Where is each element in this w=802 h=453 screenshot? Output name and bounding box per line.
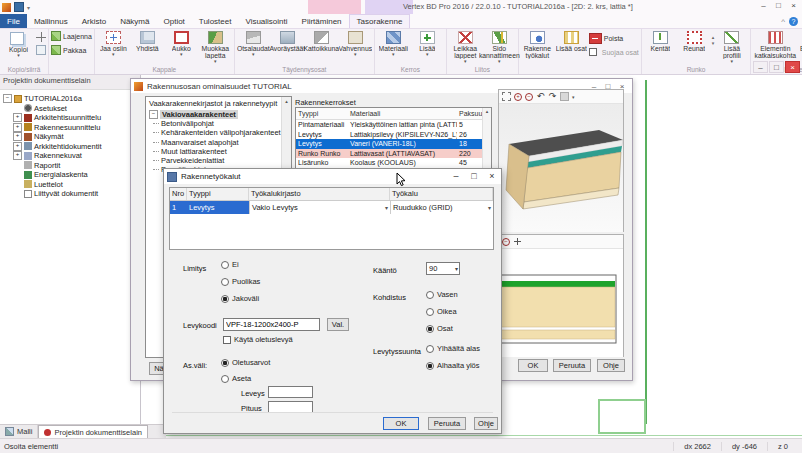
- library-item[interactable]: Maanvaraiset alapohjat: [146, 138, 291, 147]
- levykoodi-input[interactable]: [223, 318, 320, 331]
- muokkaa-lapetta-button[interactable]: Muokkaa lapetta ▾: [199, 30, 232, 63]
- tree-item-root[interactable]: − TUTORIAL2016a: [3, 94, 140, 104]
- suunta-alhaalta-radio[interactable]: Alhaalta ylös: [426, 361, 480, 370]
- mdi-minimize-button[interactable]: –: [753, 61, 768, 73]
- tree-item-raportit[interactable]: Raportit: [13, 161, 140, 171]
- render-settings-icon[interactable]: [560, 92, 569, 101]
- section-canvas[interactable]: [499, 249, 623, 357]
- expand-box-icon[interactable]: +: [13, 142, 22, 151]
- kattoikkuna-button[interactable]: Kattoikkuna: [305, 30, 338, 52]
- dialog2-ok-button[interactable]: OK: [383, 417, 419, 430]
- tab-malli[interactable]: Malli: [0, 425, 38, 438]
- zoom-out-icon[interactable]: −: [525, 93, 533, 101]
- help-icon[interactable]: ?: [789, 17, 798, 26]
- tab-mallinnus[interactable]: Mallinnus: [27, 14, 75, 28]
- select-frame-icon[interactable]: [502, 92, 511, 101]
- dialog1-help-button[interactable]: Ohje: [597, 359, 625, 372]
- expand-box-icon[interactable]: +: [13, 132, 22, 141]
- dialog2-close-button[interactable]: ×: [483, 169, 501, 184]
- dialog2-help-button[interactable]: Ohje: [474, 417, 498, 430]
- lisaa-button[interactable]: Lisää ▾: [411, 30, 444, 56]
- kohdistus-osat-radio[interactable]: Osat: [426, 324, 453, 333]
- table-row[interactable]: Levytys Lattiakipsilevy (KIPSILEVY-N26_L…: [296, 130, 491, 140]
- tab-projektin-dokumenttiselain[interactable]: Projektin dokumenttiselain: [38, 425, 148, 438]
- dialog2-minimize-button[interactable]: –: [447, 169, 465, 184]
- elementin-katkaisukohta-button[interactable]: Elementin katkaisukohta: [753, 30, 797, 59]
- tree-item-rakennekuvat[interactable]: + Rakennekuvat: [13, 151, 140, 161]
- tab-piirtaminen[interactable]: Piirtäminen: [295, 14, 349, 28]
- dialog1-cancel-button[interactable]: Peruuta: [553, 359, 591, 372]
- tools-table-row-selected[interactable]: 1 Levytys Vakio Levytys ▾ Ruudukko (GRID…: [170, 201, 493, 214]
- table-row-frame[interactable]: Runko Runko Lattiavasat (LATTIAVASAT) 22…: [296, 149, 491, 159]
- pan-icon[interactable]: [513, 237, 522, 246]
- save-icon[interactable]: [14, 2, 24, 12]
- rakenne-tyokalut-button[interactable]: Rakenne työkalut: [521, 30, 554, 59]
- limitys-puolikas-radio[interactable]: Puolikas: [221, 277, 260, 286]
- mdi-restore-button[interactable]: □: [769, 61, 784, 73]
- library-item-selected[interactable]: − Vakiovaakarakenteet: [146, 110, 291, 119]
- frame-icon[interactable]: [36, 45, 46, 55]
- valitse-button[interactable]: Val.: [327, 318, 349, 331]
- tool-combobox[interactable]: Ruudukko (GRID) ▾: [390, 201, 493, 214]
- tree-item-asetukset[interactable]: Asetukset: [13, 104, 140, 114]
- aukko-button[interactable]: Aukko ▾: [165, 30, 198, 56]
- asvali-oletusarvot-radio[interactable]: Oletusarvot: [221, 358, 270, 367]
- dialog2-title-bar[interactable]: Rakennetyökalut – □ ×: [164, 169, 501, 184]
- library-item[interactable]: Betonivälipohjat: [146, 119, 291, 128]
- spinner[interactable]: ▴ ▾: [712, 30, 715, 46]
- collapse-box-icon[interactable]: −: [3, 94, 12, 103]
- leveys-input[interactable]: [268, 386, 313, 398]
- reunat-button[interactable]: Reunat: [678, 30, 711, 52]
- expand-box-icon[interactable]: +: [13, 151, 22, 160]
- minimize-button[interactable]: –: [756, 0, 771, 13]
- collapse-box-icon[interactable]: −: [149, 110, 158, 119]
- tab-file[interactable]: File: [0, 14, 27, 28]
- materiaali-button[interactable]: Materiaali ▾: [377, 30, 410, 56]
- quick-access-dropdown-icon[interactable]: ▾: [27, 4, 30, 11]
- tree-item-luettelot[interactable]: Luettelot: [13, 180, 140, 190]
- oletuslevy-checkbox[interactable]: Käytä oletuslevyä: [223, 335, 293, 344]
- library-scrollbar[interactable]: ▴ ▾: [281, 97, 291, 173]
- rotate-left-icon[interactable]: ↶: [536, 92, 545, 101]
- yhdista-button[interactable]: Yhdistä: [131, 30, 164, 52]
- dialog1-ok-button[interactable]: OK: [518, 359, 548, 372]
- tab-tulosteet[interactable]: Tulosteet: [192, 14, 239, 28]
- library-item[interactable]: Kehärakenteiden välipohjarakenteet: [146, 128, 291, 137]
- spin-down-icon[interactable]: ▾: [712, 40, 715, 46]
- tree-item-rakennesuunnittelu[interactable]: + Rakennesuunnittelu: [13, 123, 140, 133]
- otsalaudat-button[interactable]: Otsalaudat ▾: [237, 30, 270, 56]
- tree-item-arkkitehtisuunnittelu[interactable]: + Arkkitehtisuunnittelu: [13, 113, 140, 123]
- vahvennus-button[interactable]: Vahvennus ▾: [339, 30, 372, 56]
- kohdistus-oikea-radio[interactable]: Oikea: [426, 307, 457, 316]
- asvali-aseta-radio[interactable]: Aseta: [221, 374, 251, 383]
- suunta-ylhaalta-radio[interactable]: Ylhäältä alas: [426, 344, 480, 353]
- avoraystaat-button[interactable]: Avoräystäät: [271, 30, 304, 52]
- table-row[interactable]: Lisärunko Koolaus (KOOLAUS) 45: [296, 158, 491, 168]
- library-item[interactable]: Parvekkeidenlattiat: [146, 156, 291, 165]
- jaa-osiin-button[interactable]: Jaa osiin ▾: [97, 30, 130, 56]
- sido-kannattimeen-button[interactable]: Sido kannattimeen ▾: [483, 30, 516, 63]
- dialog2-cancel-button[interactable]: Peruuta: [428, 417, 466, 430]
- mdi-close-button[interactable]: ×: [785, 61, 800, 73]
- tab-optiot[interactable]: Optiot: [156, 14, 191, 28]
- tools-table[interactable]: Nro Tyyppi Työkalukirjasto Työkalu 1 Lev…: [169, 187, 494, 250]
- maximize-button[interactable]: □: [771, 0, 786, 13]
- tree-item-energialaskenta[interactable]: Energialaskenta: [13, 170, 140, 180]
- copy-button[interactable]: Kopioi ▾: [2, 30, 35, 57]
- table-row-selected[interactable]: Levytys Vaneri (VANERI-18L) 18: [296, 139, 491, 149]
- expand-box-icon[interactable]: +: [13, 123, 22, 132]
- tab-visualisointi[interactable]: Visualisointi: [238, 14, 294, 28]
- tree-item-arkkitehtidokumentit[interactable]: + Arkkitehtidokumentit: [13, 142, 140, 152]
- zoom-icon[interactable]: −: [502, 238, 510, 246]
- tree-item-nakymat[interactable]: + Näkymät: [13, 132, 140, 142]
- scroll-up-icon[interactable]: ▴: [486, 108, 489, 114]
- suojaa-osat-checkbox[interactable]: Suojaa osat: [589, 46, 639, 58]
- preview-3d-canvas[interactable]: [499, 104, 623, 232]
- render-settings-dropdown-icon[interactable]: ▾: [572, 95, 575, 99]
- library-item[interactable]: Muut lattiarakenteet: [146, 147, 291, 156]
- table-row[interactable]: Pintamateriaali Yleiskäyttöinen lattian …: [296, 120, 491, 130]
- kentat-button[interactable]: Kentät: [644, 30, 677, 52]
- collapse-ribbon-icon[interactable]: ^: [781, 17, 785, 26]
- library-combobox[interactable]: Vakio Levytys ▾: [249, 201, 390, 214]
- close-button[interactable]: ×: [786, 0, 801, 13]
